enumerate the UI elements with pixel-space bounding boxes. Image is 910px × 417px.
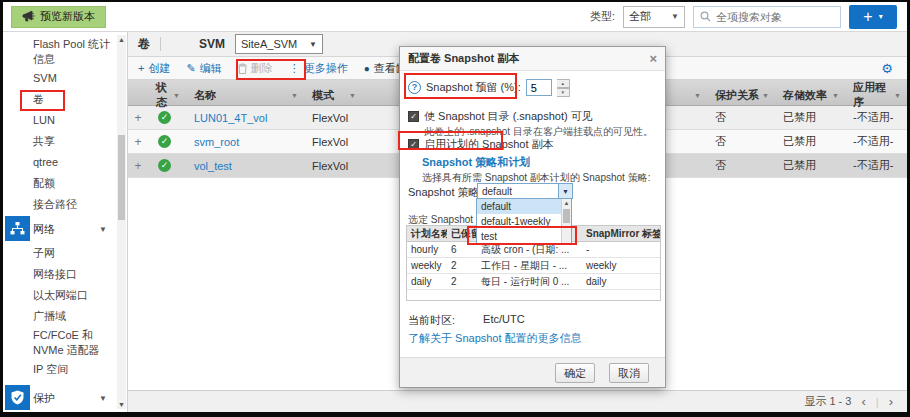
row-expander[interactable]: +: [128, 135, 148, 149]
application-value: -不适用-: [845, 158, 907, 173]
sidebar-item-lun[interactable]: LUN: [3, 110, 127, 131]
sidebar-item-subnet[interactable]: 子网: [3, 243, 127, 264]
sidebar-scrollbar[interactable]: ▲ ▼: [117, 35, 126, 409]
cancel-button[interactable]: 取消: [609, 363, 649, 383]
next-page-icon[interactable]: ›: [889, 395, 893, 409]
sidebar-item-network-interfaces[interactable]: 网络接口: [3, 264, 127, 285]
sidebar-item-quota[interactable]: 配额: [3, 173, 127, 194]
delete-button-label: 删除: [251, 61, 273, 76]
preview-new-version-button[interactable]: 预览新版本: [11, 6, 106, 28]
efficiency-value: 已禁用: [775, 158, 845, 173]
schedule-name: daily: [407, 276, 447, 287]
prev-page-icon[interactable]: ‹: [861, 395, 865, 409]
checkbox-checked-icon[interactable]: ✓: [408, 139, 419, 150]
add-button[interactable]: + ▾: [849, 5, 897, 29]
svm-dropdown[interactable]: SiteA_SVM ▼: [235, 34, 323, 54]
more-actions-label: 更多操作: [304, 61, 348, 76]
row-expander[interactable]: +: [128, 159, 148, 173]
schedule-interval: 工作日 - 星期日 - ...: [477, 259, 582, 273]
row-expander[interactable]: +: [128, 111, 148, 125]
policy-dropdown-value: default: [482, 186, 512, 197]
sidebar-section-network[interactable]: 网络 ▼: [3, 217, 127, 241]
sidebar-section-protection[interactable]: 保护 ▼: [3, 386, 127, 410]
sidebar-item-svm[interactable]: SVM: [3, 68, 127, 89]
chevron-down-icon: ▼: [671, 12, 679, 21]
filter-icon[interactable]: ▼: [762, 92, 769, 99]
create-button[interactable]: + 创建: [138, 61, 170, 76]
megaphone-icon: [22, 11, 35, 22]
column-header-protection[interactable]: 保护关系▼: [707, 88, 775, 103]
plus-icon: +: [863, 9, 872, 25]
volume-name-link[interactable]: svm_root: [186, 136, 304, 148]
schedule-name: hourly: [407, 244, 447, 255]
column-header-style[interactable]: 模式▼: [304, 88, 362, 103]
dropdown-scrollbar[interactable]: ▲: [561, 199, 571, 244]
application-value: -不适用-: [845, 134, 907, 149]
sidebar-item-qtree[interactable]: qtree: [3, 152, 127, 173]
filter-icon[interactable]: ▼: [291, 92, 298, 99]
delete-button[interactable]: 删除: [238, 61, 273, 76]
sidebar-item-flash-pool[interactable]: Flash Pool 统计信息: [3, 36, 115, 68]
ok-button[interactable]: 确定: [555, 363, 595, 383]
column-settings-gear-icon[interactable]: ⚙: [881, 61, 893, 76]
column-header-efficiency[interactable]: 存储效率▼: [775, 88, 845, 103]
checkbox-checked-icon[interactable]: ✓: [408, 111, 419, 122]
type-dropdown[interactable]: 全部 ▼: [623, 6, 685, 28]
edit-button[interactable]: ✎ 编辑: [186, 61, 221, 76]
schedule-table-padding: [407, 290, 660, 300]
learn-more-link[interactable]: 了解关于 Snapshot 配置的更多信息: [408, 331, 582, 346]
help-icon[interactable]: ?: [408, 81, 421, 94]
timezone-row: 当前时区: Etc/UTC: [408, 313, 525, 328]
kebab-menu-icon: ⋮: [289, 62, 300, 75]
scroll-down-icon[interactable]: ▼: [117, 400, 126, 409]
dialog-title-bar: 配置卷 Snapshot 副本 ×: [400, 47, 665, 71]
sidebar-item-broadcast-domains[interactable]: 广播域: [3, 306, 127, 327]
schedule-col-snapmirror: SnapMirror 标签: [582, 227, 660, 241]
volume-name-link[interactable]: vol_test: [186, 160, 304, 172]
efficiency-value: 已禁用: [775, 134, 845, 149]
dropdown-option-default-1weekly[interactable]: default-1weekly: [477, 214, 571, 229]
protection-value: 否: [707, 134, 775, 149]
volume-name-link[interactable]: LUN01_4T_vol: [186, 112, 304, 124]
scroll-up-icon[interactable]: ▲: [562, 199, 571, 208]
column-label: 存储效率: [783, 88, 827, 103]
sidebar-item-shares[interactable]: 共享: [3, 131, 127, 152]
filter-icon[interactable]: ▼: [173, 92, 180, 99]
sidebar-item-ethernet-ports[interactable]: 以太网端口: [3, 285, 127, 306]
close-icon[interactable]: ×: [649, 51, 657, 66]
filter-icon[interactable]: ▼: [694, 92, 701, 99]
sidebar-item-volumes[interactable]: 卷: [3, 89, 127, 110]
search-icon: [700, 11, 711, 22]
sidebar-item-fc-fcoe-nvme[interactable]: FC/FCoE 和 NVMe 适配器: [3, 327, 115, 359]
scrollbar-thumb[interactable]: [563, 209, 570, 223]
chevron-down-icon: ▼: [309, 40, 317, 49]
scroll-up-icon[interactable]: ▲: [117, 35, 126, 44]
snapshot-reserve-input[interactable]: [526, 79, 552, 96]
filter-icon[interactable]: ▼: [832, 92, 839, 99]
pagination-text: 显示 1 - 3: [804, 394, 851, 409]
scrollbar-thumb[interactable]: [118, 135, 125, 220]
schedule-label: daily: [582, 276, 660, 287]
sidebar-item-junction-path[interactable]: 接合路径: [3, 194, 127, 215]
top-bar-right-group: 类型: 全部 ▼ + ▾: [590, 5, 897, 29]
filter-icon[interactable]: ▼: [894, 92, 901, 99]
spinner-down-icon[interactable]: ▾: [557, 88, 570, 97]
edit-button-label: 编辑: [200, 61, 222, 76]
dropdown-option-test[interactable]: test: [477, 229, 571, 244]
dropdown-option-default[interactable]: default: [477, 199, 571, 214]
filter-icon[interactable]: ▼: [349, 92, 356, 99]
policy-dropdown[interactable]: default ▼: [477, 183, 573, 199]
column-header-status[interactable]: 状态▼: [148, 80, 186, 110]
column-header-name[interactable]: 名称▼: [186, 88, 304, 103]
spinner-up-icon[interactable]: ▴: [557, 79, 570, 88]
more-actions-button[interactable]: ⋮ 更多操作: [289, 61, 348, 76]
type-dropdown-value: 全部: [629, 9, 651, 24]
search-input[interactable]: [716, 11, 826, 23]
snapshot-reserve-label: Snapshot 预留 (%):: [426, 80, 521, 95]
schedule-row: daily 2 每日 - 运行时间 0 ... daily: [407, 274, 660, 290]
column-header-application[interactable]: 应用程序▼: [845, 80, 907, 110]
timezone-value: Etc/UTC: [483, 313, 525, 328]
column-label: 保护关系: [715, 88, 759, 103]
efficiency-value: 已禁用: [775, 110, 845, 125]
sidebar-item-ipspaces[interactable]: IP 空间: [3, 359, 127, 380]
